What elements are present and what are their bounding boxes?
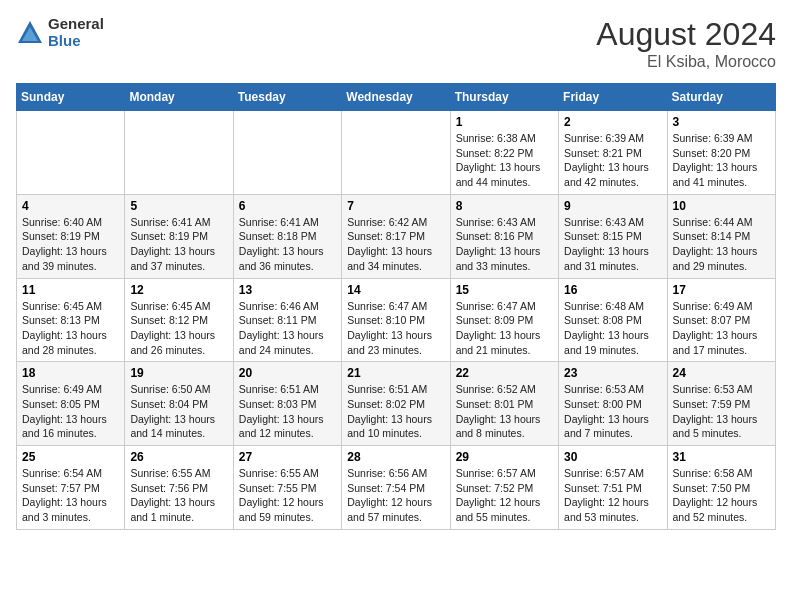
header-wednesday: Wednesday	[342, 84, 450, 111]
day-cell	[17, 111, 125, 195]
day-cell: 19Sunrise: 6:50 AM Sunset: 8:04 PM Dayli…	[125, 362, 233, 446]
day-number: 2	[564, 115, 661, 129]
day-info: Sunrise: 6:41 AM Sunset: 8:18 PM Dayligh…	[239, 215, 336, 274]
day-info: Sunrise: 6:46 AM Sunset: 8:11 PM Dayligh…	[239, 299, 336, 358]
page-header: General Blue August 2024 El Ksiba, Moroc…	[16, 16, 776, 71]
day-number: 11	[22, 283, 119, 297]
day-info: Sunrise: 6:54 AM Sunset: 7:57 PM Dayligh…	[22, 466, 119, 525]
day-number: 25	[22, 450, 119, 464]
day-cell	[342, 111, 450, 195]
day-number: 12	[130, 283, 227, 297]
header-tuesday: Tuesday	[233, 84, 341, 111]
day-number: 23	[564, 366, 661, 380]
day-info: Sunrise: 6:40 AM Sunset: 8:19 PM Dayligh…	[22, 215, 119, 274]
day-cell: 11Sunrise: 6:45 AM Sunset: 8:13 PM Dayli…	[17, 278, 125, 362]
day-number: 4	[22, 199, 119, 213]
day-info: Sunrise: 6:50 AM Sunset: 8:04 PM Dayligh…	[130, 382, 227, 441]
day-cell: 17Sunrise: 6:49 AM Sunset: 8:07 PM Dayli…	[667, 278, 775, 362]
day-number: 7	[347, 199, 444, 213]
day-cell: 27Sunrise: 6:55 AM Sunset: 7:55 PM Dayli…	[233, 446, 341, 530]
day-number: 27	[239, 450, 336, 464]
title-block: August 2024 El Ksiba, Morocco	[596, 16, 776, 71]
day-number: 1	[456, 115, 553, 129]
week-row-5: 25Sunrise: 6:54 AM Sunset: 7:57 PM Dayli…	[17, 446, 776, 530]
day-number: 9	[564, 199, 661, 213]
day-cell: 8Sunrise: 6:43 AM Sunset: 8:16 PM Daylig…	[450, 194, 558, 278]
calendar-header: SundayMondayTuesdayWednesdayThursdayFrid…	[17, 84, 776, 111]
day-info: Sunrise: 6:47 AM Sunset: 8:09 PM Dayligh…	[456, 299, 553, 358]
day-cell	[125, 111, 233, 195]
logo-text: General Blue	[48, 16, 104, 49]
day-info: Sunrise: 6:41 AM Sunset: 8:19 PM Dayligh…	[130, 215, 227, 274]
week-row-4: 18Sunrise: 6:49 AM Sunset: 8:05 PM Dayli…	[17, 362, 776, 446]
header-thursday: Thursday	[450, 84, 558, 111]
day-number: 18	[22, 366, 119, 380]
day-info: Sunrise: 6:43 AM Sunset: 8:16 PM Dayligh…	[456, 215, 553, 274]
day-cell: 31Sunrise: 6:58 AM Sunset: 7:50 PM Dayli…	[667, 446, 775, 530]
day-info: Sunrise: 6:53 AM Sunset: 7:59 PM Dayligh…	[673, 382, 770, 441]
day-cell: 10Sunrise: 6:44 AM Sunset: 8:14 PM Dayli…	[667, 194, 775, 278]
day-cell: 3Sunrise: 6:39 AM Sunset: 8:20 PM Daylig…	[667, 111, 775, 195]
day-number: 31	[673, 450, 770, 464]
logo-blue-label: Blue	[48, 33, 104, 50]
day-number: 28	[347, 450, 444, 464]
day-info: Sunrise: 6:51 AM Sunset: 8:02 PM Dayligh…	[347, 382, 444, 441]
day-cell: 13Sunrise: 6:46 AM Sunset: 8:11 PM Dayli…	[233, 278, 341, 362]
day-number: 5	[130, 199, 227, 213]
day-cell: 16Sunrise: 6:48 AM Sunset: 8:08 PM Dayli…	[559, 278, 667, 362]
day-number: 21	[347, 366, 444, 380]
day-cell: 4Sunrise: 6:40 AM Sunset: 8:19 PM Daylig…	[17, 194, 125, 278]
day-info: Sunrise: 6:44 AM Sunset: 8:14 PM Dayligh…	[673, 215, 770, 274]
day-number: 16	[564, 283, 661, 297]
day-number: 6	[239, 199, 336, 213]
day-cell: 2Sunrise: 6:39 AM Sunset: 8:21 PM Daylig…	[559, 111, 667, 195]
day-cell: 18Sunrise: 6:49 AM Sunset: 8:05 PM Dayli…	[17, 362, 125, 446]
header-friday: Friday	[559, 84, 667, 111]
day-cell: 21Sunrise: 6:51 AM Sunset: 8:02 PM Dayli…	[342, 362, 450, 446]
day-info: Sunrise: 6:42 AM Sunset: 8:17 PM Dayligh…	[347, 215, 444, 274]
day-info: Sunrise: 6:49 AM Sunset: 8:07 PM Dayligh…	[673, 299, 770, 358]
day-cell: 6Sunrise: 6:41 AM Sunset: 8:18 PM Daylig…	[233, 194, 341, 278]
logo-general-label: General	[48, 16, 104, 33]
day-info: Sunrise: 6:51 AM Sunset: 8:03 PM Dayligh…	[239, 382, 336, 441]
day-info: Sunrise: 6:55 AM Sunset: 7:55 PM Dayligh…	[239, 466, 336, 525]
day-cell: 29Sunrise: 6:57 AM Sunset: 7:52 PM Dayli…	[450, 446, 558, 530]
day-number: 3	[673, 115, 770, 129]
logo-icon	[16, 19, 44, 47]
week-row-1: 1Sunrise: 6:38 AM Sunset: 8:22 PM Daylig…	[17, 111, 776, 195]
logo: General Blue	[16, 16, 104, 49]
day-number: 17	[673, 283, 770, 297]
day-cell: 1Sunrise: 6:38 AM Sunset: 8:22 PM Daylig…	[450, 111, 558, 195]
day-info: Sunrise: 6:38 AM Sunset: 8:22 PM Dayligh…	[456, 131, 553, 190]
week-row-2: 4Sunrise: 6:40 AM Sunset: 8:19 PM Daylig…	[17, 194, 776, 278]
day-cell: 14Sunrise: 6:47 AM Sunset: 8:10 PM Dayli…	[342, 278, 450, 362]
day-cell	[233, 111, 341, 195]
day-cell: 7Sunrise: 6:42 AM Sunset: 8:17 PM Daylig…	[342, 194, 450, 278]
calendar-body: 1Sunrise: 6:38 AM Sunset: 8:22 PM Daylig…	[17, 111, 776, 530]
day-number: 8	[456, 199, 553, 213]
day-number: 19	[130, 366, 227, 380]
day-cell: 24Sunrise: 6:53 AM Sunset: 7:59 PM Dayli…	[667, 362, 775, 446]
day-cell: 22Sunrise: 6:52 AM Sunset: 8:01 PM Dayli…	[450, 362, 558, 446]
day-cell: 9Sunrise: 6:43 AM Sunset: 8:15 PM Daylig…	[559, 194, 667, 278]
day-info: Sunrise: 6:56 AM Sunset: 7:54 PM Dayligh…	[347, 466, 444, 525]
day-info: Sunrise: 6:47 AM Sunset: 8:10 PM Dayligh…	[347, 299, 444, 358]
day-cell: 12Sunrise: 6:45 AM Sunset: 8:12 PM Dayli…	[125, 278, 233, 362]
day-cell: 28Sunrise: 6:56 AM Sunset: 7:54 PM Dayli…	[342, 446, 450, 530]
day-cell: 23Sunrise: 6:53 AM Sunset: 8:00 PM Dayli…	[559, 362, 667, 446]
day-number: 10	[673, 199, 770, 213]
day-info: Sunrise: 6:49 AM Sunset: 8:05 PM Dayligh…	[22, 382, 119, 441]
day-info: Sunrise: 6:39 AM Sunset: 8:21 PM Dayligh…	[564, 131, 661, 190]
header-saturday: Saturday	[667, 84, 775, 111]
day-info: Sunrise: 6:45 AM Sunset: 8:12 PM Dayligh…	[130, 299, 227, 358]
day-number: 26	[130, 450, 227, 464]
location-title: El Ksiba, Morocco	[596, 53, 776, 71]
day-number: 13	[239, 283, 336, 297]
month-title: August 2024	[596, 16, 776, 53]
day-number: 30	[564, 450, 661, 464]
day-cell: 26Sunrise: 6:55 AM Sunset: 7:56 PM Dayli…	[125, 446, 233, 530]
day-info: Sunrise: 6:53 AM Sunset: 8:00 PM Dayligh…	[564, 382, 661, 441]
day-info: Sunrise: 6:58 AM Sunset: 7:50 PM Dayligh…	[673, 466, 770, 525]
day-info: Sunrise: 6:39 AM Sunset: 8:20 PM Dayligh…	[673, 131, 770, 190]
week-row-3: 11Sunrise: 6:45 AM Sunset: 8:13 PM Dayli…	[17, 278, 776, 362]
